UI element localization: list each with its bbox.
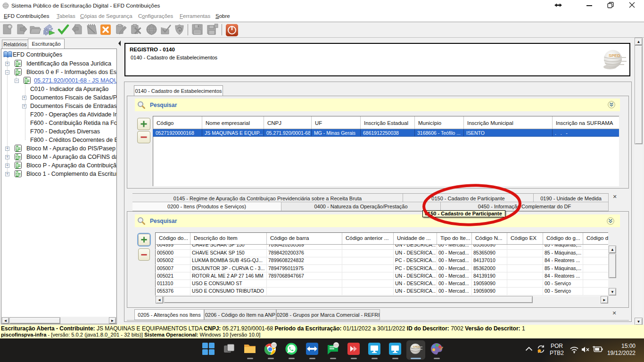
svg-text:SPED: SPED (609, 53, 620, 58)
svg-text:SPED: SPED (413, 346, 420, 348)
